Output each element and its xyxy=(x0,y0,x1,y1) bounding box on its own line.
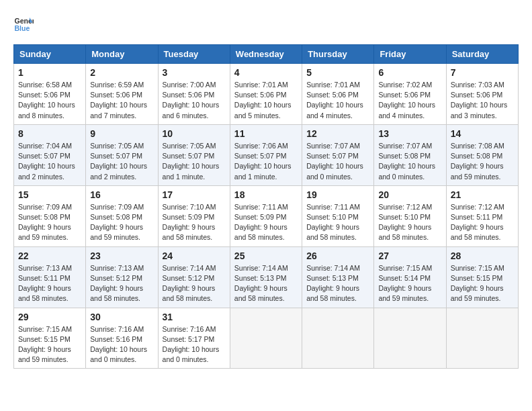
day-number: 29 xyxy=(18,312,81,322)
svg-text:Blue: Blue xyxy=(15,24,30,32)
day-info: Sunrise: 7:00 AM Sunset: 5:06 PM Dayligh… xyxy=(163,80,226,121)
calendar-cell: 26 Sunrise: 7:14 AM Sunset: 5:13 PM Dayl… xyxy=(302,246,374,308)
day-info: Sunrise: 7:10 AM Sunset: 5:09 PM Dayligh… xyxy=(163,202,226,243)
day-number: 13 xyxy=(378,128,441,139)
day-info: Sunrise: 7:07 AM Sunset: 5:07 PM Dayligh… xyxy=(306,141,369,182)
calendar-header-row: SundayMondayTuesdayWednesdayThursdayFrid… xyxy=(14,45,519,64)
day-header-saturday: Saturday xyxy=(446,45,518,64)
day-info: Sunrise: 7:09 AM Sunset: 5:08 PM Dayligh… xyxy=(18,202,81,243)
day-header-wednesday: Wednesday xyxy=(230,45,302,64)
day-info: Sunrise: 6:58 AM Sunset: 5:06 PM Dayligh… xyxy=(18,80,81,121)
day-info: Sunrise: 7:16 AM Sunset: 5:16 PM Dayligh… xyxy=(90,324,153,365)
calendar-table: SundayMondayTuesdayWednesdayThursdayFrid… xyxy=(13,44,519,369)
day-header-thursday: Thursday xyxy=(302,45,374,64)
day-info: Sunrise: 7:02 AM Sunset: 5:06 PM Dayligh… xyxy=(378,80,441,121)
day-info: Sunrise: 6:59 AM Sunset: 5:06 PM Dayligh… xyxy=(90,80,153,121)
day-number: 26 xyxy=(306,250,369,261)
day-info: Sunrise: 7:13 AM Sunset: 5:11 PM Dayligh… xyxy=(18,263,81,304)
day-info: Sunrise: 7:08 AM Sunset: 5:08 PM Dayligh… xyxy=(451,141,514,182)
day-info: Sunrise: 7:11 AM Sunset: 5:10 PM Dayligh… xyxy=(306,202,369,243)
day-number: 3 xyxy=(163,67,226,78)
calendar-cell: 5 Sunrise: 7:01 AM Sunset: 5:06 PM Dayli… xyxy=(302,64,374,125)
day-number: 14 xyxy=(451,128,514,139)
day-info: Sunrise: 7:15 AM Sunset: 5:15 PM Dayligh… xyxy=(18,324,81,365)
day-number: 27 xyxy=(378,250,441,261)
calendar-cell: 8 Sunrise: 7:04 AM Sunset: 5:07 PM Dayli… xyxy=(14,124,86,185)
day-info: Sunrise: 7:15 AM Sunset: 5:15 PM Dayligh… xyxy=(451,263,514,304)
calendar-cell: 1 Sunrise: 6:58 AM Sunset: 5:06 PM Dayli… xyxy=(14,64,86,125)
calendar-cell: 12 Sunrise: 7:07 AM Sunset: 5:07 PM Dayl… xyxy=(302,124,374,185)
day-info: Sunrise: 7:11 AM Sunset: 5:09 PM Dayligh… xyxy=(234,202,298,243)
day-number: 30 xyxy=(90,312,153,322)
day-number: 25 xyxy=(234,250,298,261)
calendar-cell xyxy=(374,308,446,369)
day-number: 17 xyxy=(163,189,226,200)
calendar-cell: 10 Sunrise: 7:05 AM Sunset: 5:07 PM Dayl… xyxy=(158,124,230,185)
calendar-cell: 7 Sunrise: 7:03 AM Sunset: 5:06 PM Dayli… xyxy=(446,64,518,125)
day-number: 5 xyxy=(306,67,369,78)
day-info: Sunrise: 7:06 AM Sunset: 5:07 PM Dayligh… xyxy=(234,141,298,182)
calendar-cell: 3 Sunrise: 7:00 AM Sunset: 5:06 PM Dayli… xyxy=(158,64,230,125)
week-row-5: 29 Sunrise: 7:15 AM Sunset: 5:15 PM Dayl… xyxy=(14,308,519,369)
day-info: Sunrise: 7:12 AM Sunset: 5:10 PM Dayligh… xyxy=(378,202,441,243)
calendar-cell: 4 Sunrise: 7:01 AM Sunset: 5:06 PM Dayli… xyxy=(230,64,302,125)
calendar-cell xyxy=(446,308,518,369)
day-number: 8 xyxy=(18,128,81,139)
calendar-cell: 6 Sunrise: 7:02 AM Sunset: 5:06 PM Dayli… xyxy=(374,64,446,125)
day-number: 15 xyxy=(18,189,81,200)
day-number: 24 xyxy=(163,250,226,261)
calendar-cell: 23 Sunrise: 7:13 AM Sunset: 5:12 PM Dayl… xyxy=(86,246,158,308)
day-info: Sunrise: 7:03 AM Sunset: 5:06 PM Dayligh… xyxy=(451,80,514,121)
day-header-friday: Friday xyxy=(374,45,446,64)
day-info: Sunrise: 7:12 AM Sunset: 5:11 PM Dayligh… xyxy=(451,202,514,243)
calendar-cell: 18 Sunrise: 7:11 AM Sunset: 5:09 PM Dayl… xyxy=(230,185,302,246)
day-number: 6 xyxy=(378,67,441,78)
calendar-cell: 15 Sunrise: 7:09 AM Sunset: 5:08 PM Dayl… xyxy=(14,185,86,246)
day-number: 1 xyxy=(18,67,81,78)
logo-icon: General Blue xyxy=(13,13,34,34)
day-number: 22 xyxy=(18,250,81,261)
day-header-tuesday: Tuesday xyxy=(158,45,230,64)
calendar-cell xyxy=(302,308,374,369)
logo: General Blue xyxy=(13,13,36,34)
day-number: 2 xyxy=(90,67,153,78)
day-number: 28 xyxy=(451,250,514,261)
day-info: Sunrise: 7:14 AM Sunset: 5:13 PM Dayligh… xyxy=(306,263,369,304)
calendar-cell: 29 Sunrise: 7:15 AM Sunset: 5:15 PM Dayl… xyxy=(14,308,86,369)
calendar-cell: 24 Sunrise: 7:14 AM Sunset: 5:12 PM Dayl… xyxy=(158,246,230,308)
calendar-cell xyxy=(230,308,302,369)
calendar-cell: 2 Sunrise: 6:59 AM Sunset: 5:06 PM Dayli… xyxy=(86,64,158,125)
week-row-3: 15 Sunrise: 7:09 AM Sunset: 5:08 PM Dayl… xyxy=(14,185,519,246)
day-number: 10 xyxy=(163,128,226,139)
day-info: Sunrise: 7:16 AM Sunset: 5:17 PM Dayligh… xyxy=(163,324,226,365)
day-number: 19 xyxy=(306,189,369,200)
day-number: 12 xyxy=(306,128,369,139)
day-header-sunday: Sunday xyxy=(14,45,86,64)
week-row-1: 1 Sunrise: 6:58 AM Sunset: 5:06 PM Dayli… xyxy=(14,64,519,125)
day-number: 20 xyxy=(378,189,441,200)
calendar-cell: 11 Sunrise: 7:06 AM Sunset: 5:07 PM Dayl… xyxy=(230,124,302,185)
day-number: 31 xyxy=(163,312,226,322)
calendar-cell: 16 Sunrise: 7:09 AM Sunset: 5:08 PM Dayl… xyxy=(86,185,158,246)
day-info: Sunrise: 7:14 AM Sunset: 5:12 PM Dayligh… xyxy=(163,263,226,304)
day-number: 16 xyxy=(90,189,153,200)
calendar-cell: 27 Sunrise: 7:15 AM Sunset: 5:14 PM Dayl… xyxy=(374,246,446,308)
day-number: 7 xyxy=(451,67,514,78)
calendar-cell: 30 Sunrise: 7:16 AM Sunset: 5:16 PM Dayl… xyxy=(86,308,158,369)
calendar-cell: 22 Sunrise: 7:13 AM Sunset: 5:11 PM Dayl… xyxy=(14,246,86,308)
calendar-body: 1 Sunrise: 6:58 AM Sunset: 5:06 PM Dayli… xyxy=(14,64,519,369)
day-info: Sunrise: 7:15 AM Sunset: 5:14 PM Dayligh… xyxy=(378,263,441,304)
day-info: Sunrise: 7:09 AM Sunset: 5:08 PM Dayligh… xyxy=(90,202,153,243)
calendar-cell: 28 Sunrise: 7:15 AM Sunset: 5:15 PM Dayl… xyxy=(446,246,518,308)
day-info: Sunrise: 7:01 AM Sunset: 5:06 PM Dayligh… xyxy=(234,80,298,121)
calendar-cell: 13 Sunrise: 7:07 AM Sunset: 5:08 PM Dayl… xyxy=(374,124,446,185)
calendar-cell: 14 Sunrise: 7:08 AM Sunset: 5:08 PM Dayl… xyxy=(446,124,518,185)
calendar-cell: 17 Sunrise: 7:10 AM Sunset: 5:09 PM Dayl… xyxy=(158,185,230,246)
day-info: Sunrise: 7:14 AM Sunset: 5:13 PM Dayligh… xyxy=(234,263,298,304)
calendar-cell: 31 Sunrise: 7:16 AM Sunset: 5:17 PM Dayl… xyxy=(158,308,230,369)
day-info: Sunrise: 7:04 AM Sunset: 5:07 PM Dayligh… xyxy=(18,141,81,182)
day-number: 9 xyxy=(90,128,153,139)
day-info: Sunrise: 7:07 AM Sunset: 5:08 PM Dayligh… xyxy=(378,141,441,182)
calendar-cell: 25 Sunrise: 7:14 AM Sunset: 5:13 PM Dayl… xyxy=(230,246,302,308)
day-info: Sunrise: 7:01 AM Sunset: 5:06 PM Dayligh… xyxy=(306,80,369,121)
